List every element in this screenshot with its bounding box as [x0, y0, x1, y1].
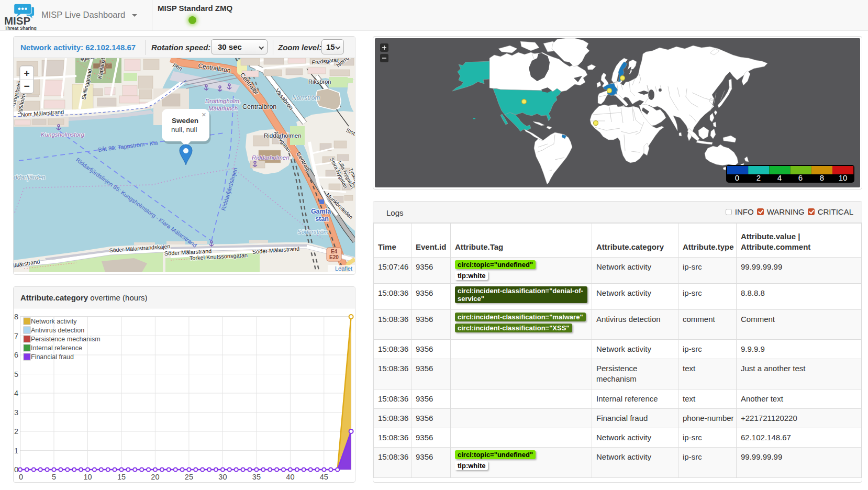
svg-text:5: 5 [52, 473, 56, 481]
svg-text:+: + [24, 68, 29, 79]
svg-text:MISP: MISP [4, 15, 30, 27]
svg-text:25: 25 [185, 473, 193, 481]
svg-text:Kungsholmstorg: Kungsholmstorg [41, 131, 85, 138]
svg-text:4: 4 [14, 389, 18, 397]
svg-text:Drottingholm,: Drottingholm, [205, 98, 241, 104]
svg-text:0: 0 [735, 173, 739, 182]
svg-text:Sweden: Sweden [172, 117, 198, 125]
svg-text:0: 0 [14, 465, 18, 474]
svg-text:35: 35 [252, 473, 261, 481]
svg-text:Riddarholmen: Riddarholmen [252, 154, 290, 161]
svg-text:8: 8 [14, 313, 18, 321]
svg-text:Persistence mechanism: Persistence mechanism [31, 336, 101, 343]
svg-text:null, null: null, null [171, 126, 197, 133]
svg-text:0: 0 [19, 473, 23, 481]
svg-text:3: 3 [14, 408, 18, 417]
svg-text:Söderström: Söderström [297, 229, 329, 235]
svg-text:6: 6 [798, 173, 803, 182]
svg-text:30: 30 [218, 473, 227, 481]
svg-text:2: 2 [756, 173, 761, 182]
svg-text:20: 20 [151, 473, 159, 481]
svg-text:Network activity: Network activity [31, 318, 77, 325]
svg-text:15: 15 [117, 473, 126, 481]
svg-text:Internal reference: Internal reference [31, 344, 82, 352]
svg-text:10: 10 [839, 173, 848, 182]
svg-text:Centralbron: Centralbron [242, 103, 276, 110]
svg-text:Antivirus detection: Antivirus detection [31, 327, 84, 334]
svg-text:Norrström: Norrström [292, 94, 320, 102]
svg-text:×: × [202, 110, 206, 119]
svg-text:1: 1 [14, 447, 18, 455]
svg-text:2: 2 [14, 427, 18, 436]
svg-text:Riddarholmen: Riddarholmen [264, 132, 302, 139]
svg-text:8: 8 [820, 173, 824, 182]
svg-text:7: 7 [14, 332, 18, 340]
svg-text:6: 6 [14, 351, 18, 359]
svg-text:45: 45 [320, 473, 328, 481]
svg-text:ddarfjärden: ddarfjärden [14, 174, 46, 181]
svg-text:Financial fraud: Financial fraud [31, 353, 74, 361]
svg-text:stan: stan [315, 215, 329, 222]
svg-text:4: 4 [777, 173, 782, 182]
svg-text:−: − [24, 81, 29, 92]
svg-text:10: 10 [83, 473, 92, 481]
svg-text:Mälarlunch: Mälarlunch [208, 105, 238, 112]
svg-text:Riksbron: Riksbron [308, 79, 331, 85]
svg-text:E4: E4 [331, 249, 338, 254]
svg-text:40: 40 [286, 473, 294, 481]
svg-text:Threat Sharing: Threat Sharing [5, 26, 37, 30]
svg-text:5: 5 [14, 370, 18, 378]
svg-text:Leaflet: Leaflet [335, 265, 352, 272]
svg-text:Gamla: Gamla [311, 208, 331, 215]
svg-text:E20: E20 [329, 254, 339, 260]
